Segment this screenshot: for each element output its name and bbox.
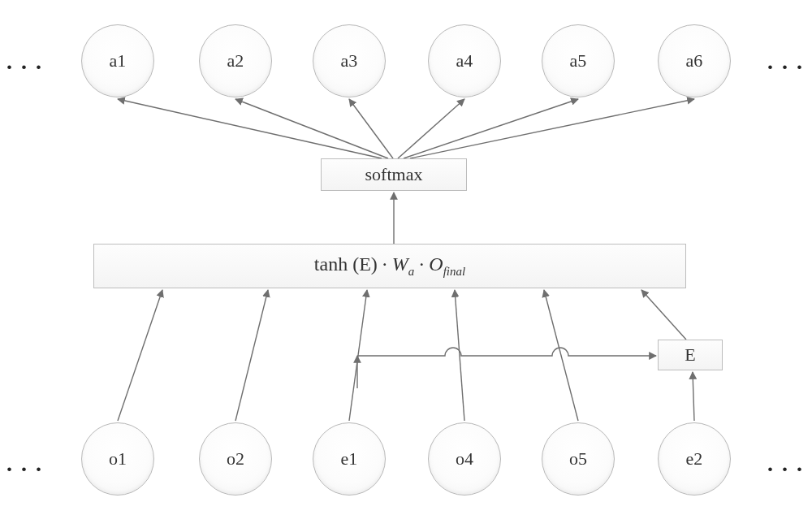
node-a2: a2 [199,24,272,97]
ellipsis-top-left: . . . [6,49,43,75]
node-a3: a3 [313,24,386,97]
ellipsis-bottom-right: . . . [767,451,804,477]
node-e2: e2 [658,422,731,496]
svg-line-7 [118,290,162,421]
svg-line-2 [349,99,393,158]
node-o4: o4 [428,422,501,496]
svg-line-10 [455,290,464,421]
softmax-box: softmax [321,158,467,191]
node-o1: o1 [81,422,154,496]
node-a6: a6 [658,24,731,97]
node-o5: o5 [542,422,615,496]
svg-line-3 [398,99,464,158]
svg-line-1 [235,99,388,158]
svg-line-8 [235,290,268,421]
e-aggregate-box: E [658,340,723,370]
svg-line-12 [641,290,686,340]
node-a4: a4 [428,24,501,97]
attention-formula-text: tanh (E) · Wa · Ofinal [314,253,465,279]
node-e1: e1 [313,422,386,496]
svg-line-0 [118,99,382,158]
svg-line-9 [349,290,367,421]
node-a1: a1 [81,24,154,97]
svg-line-13 [693,372,694,421]
node-a5: a5 [542,24,615,97]
ellipsis-top-right: . . . [767,49,804,75]
ellipsis-bottom-left: . . . [6,451,43,477]
svg-line-4 [404,99,578,158]
svg-line-5 [410,99,694,158]
node-o2: o2 [199,422,272,496]
svg-line-11 [544,290,578,421]
attention-formula-box: tanh (E) · Wa · Ofinal [93,244,686,288]
